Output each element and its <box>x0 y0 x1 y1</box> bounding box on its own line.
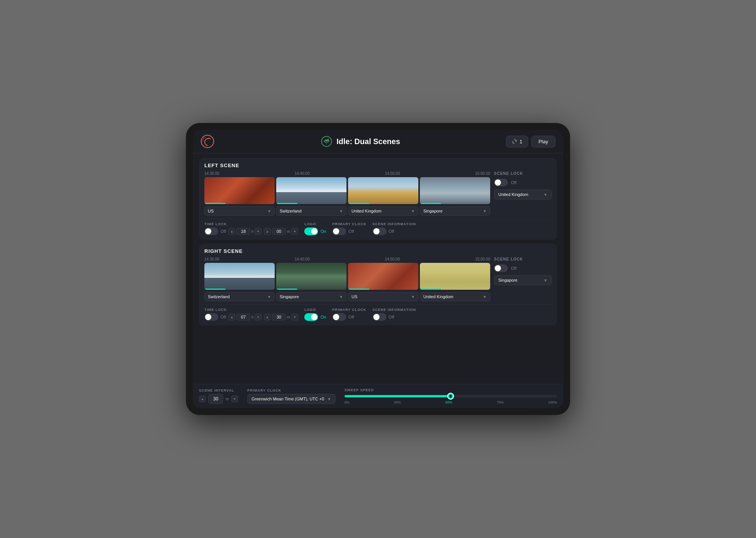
left-time-3: 15:00.00 <box>475 171 490 176</box>
left-hours-down[interactable]: ▼ <box>255 228 262 235</box>
right-mins-down[interactable]: ▼ <box>291 314 298 320</box>
right-timeline: 14:30.00 14:40.00 14:50.00 15:00.00 <box>204 257 490 301</box>
primary-clock-dropdown[interactable]: Greenwich Mean Time (GMT), UTC +0 ▼ <box>247 394 335 404</box>
right-logo-group: LOGO On <box>304 308 326 321</box>
right-thumb-2[interactable] <box>348 263 418 290</box>
right-dropdown-1[interactable]: Singapore ▼ <box>276 292 346 301</box>
right-hours-unit: h <box>251 315 254 319</box>
counter-value: 1 <box>519 139 522 144</box>
left-scene-lock-toggle[interactable] <box>494 179 508 186</box>
right-scene-panel: RIGHT SCENE 14:30.00 14:40.00 14:50.00 1… <box>199 244 557 325</box>
right-primary-clock-label: PRIMARY CLOCK <box>332 308 366 312</box>
left-thumb-1[interactable] <box>276 177 346 204</box>
left-thumb-0[interactable] <box>204 177 275 204</box>
right-scene-info-label: SCENE INFORMATION <box>373 308 416 312</box>
left-logo-toggle[interactable] <box>304 227 318 235</box>
sweep-speed-label: SWEEP SPEED <box>345 388 557 392</box>
right-scene-info-text: Off <box>389 315 394 319</box>
left-dropdown-3[interactable]: Singapore ▼ <box>420 206 490 216</box>
left-dropdown-2[interactable]: United Kingdom ▼ <box>348 206 418 216</box>
slider-label-2: 50% <box>445 400 452 404</box>
left-primary-clock-toggle[interactable] <box>332 227 346 235</box>
left-scene-info-toggle[interactable] <box>373 227 386 235</box>
left-hours-value: 18 <box>236 228 250 235</box>
right-time-labels: 14:30.00 14:40.00 14:50.00 15:00.00 <box>204 257 490 261</box>
right-scene-info-toggle[interactable] <box>373 313 386 321</box>
right-scene-lock-toggle[interactable] <box>494 264 508 272</box>
app-logo <box>201 134 214 148</box>
header-title: Idle: Dual Scenes <box>337 137 400 146</box>
left-scene-info-label: SCENE INFORMATION <box>373 222 416 226</box>
header-right: 1 Play <box>506 136 555 148</box>
interval-down[interactable]: ▼ <box>231 395 238 402</box>
left-mins-down[interactable]: ▼ <box>291 228 298 235</box>
slider-labels: 0% 25% 50% 75% 100% <box>345 400 557 404</box>
primary-clock-label: PRIMARY CLOCK <box>247 389 335 392</box>
left-primary-clock-label: PRIMARY CLOCK <box>332 222 366 226</box>
left-time-lock-toggle[interactable] <box>204 227 218 235</box>
counter-button[interactable]: 1 <box>506 136 528 148</box>
left-time-2: 14:50.00 <box>385 171 400 176</box>
right-primary-clock-toggle[interactable] <box>332 313 346 321</box>
left-thumb-3[interactable] <box>420 177 490 204</box>
right-thumb-1[interactable] <box>276 263 346 290</box>
right-hours-input: ▲ 07 h ▼ <box>228 314 262 320</box>
left-scene-lock-dropdown[interactable]: United Kingdom ▼ <box>494 189 552 199</box>
right-dropdown-3[interactable]: United Kingdom ▼ <box>420 292 490 301</box>
right-dropdown-0[interactable]: Switzerland ▼ <box>204 292 275 301</box>
header-center: Idle: Dual Scenes <box>320 135 400 148</box>
right-controls-row: TIME LOCK Off ▲ 07 h ▼ <box>204 304 552 321</box>
left-scene-info-text: Off <box>389 229 394 234</box>
left-primary-clock-text: Off <box>348 229 354 234</box>
left-scene-lock-toggle-row: Off <box>494 179 552 186</box>
right-dropdown-2[interactable]: US ▼ <box>348 292 418 301</box>
right-logo-label: LOGO <box>304 308 326 312</box>
right-thumb-0[interactable] <box>204 263 275 290</box>
interval-value: 30 <box>208 394 223 404</box>
slider-label-1: 25% <box>394 400 401 404</box>
left-dropdowns: US ▼ Switzerland ▼ United Kingdom ▼ <box>204 206 490 216</box>
left-thumb-2[interactable] <box>348 177 418 204</box>
left-hours-input: ▲ 18 h ▼ <box>228 228 262 235</box>
play-button[interactable]: Play <box>531 136 555 148</box>
right-dropdowns: Switzerland ▼ Singapore ▼ US ▼ <box>204 292 490 301</box>
right-logo-toggle[interactable] <box>304 313 318 321</box>
left-mins-unit: m <box>287 229 290 234</box>
right-time-lock-text: Off <box>220 315 226 319</box>
left-mins-value: 00 <box>272 228 286 235</box>
left-logo-text: On <box>320 229 326 234</box>
header: Idle: Dual Scenes 1 Play <box>193 130 563 153</box>
slider-thumb[interactable] <box>447 393 454 400</box>
left-hours-unit: h <box>251 229 254 234</box>
right-mins-up[interactable]: ▲ <box>264 314 271 320</box>
right-scene-lock-dropdown[interactable]: Singapore ▼ <box>494 275 552 285</box>
left-dropdown-1[interactable]: Switzerland ▼ <box>276 206 346 216</box>
left-mins-input: ▲ 00 m ▼ <box>264 228 298 235</box>
right-mins-unit: m <box>287 315 290 319</box>
right-time-0: 14:30.00 <box>204 257 219 261</box>
right-time-lock-toggle[interactable] <box>204 313 218 321</box>
left-dropdown-0[interactable]: US ▼ <box>204 206 275 216</box>
interval-up[interactable]: ▲ <box>199 395 206 402</box>
left-time-1: 14:40.00 <box>295 171 310 176</box>
right-hours-up[interactable]: ▲ <box>228 314 235 320</box>
right-hours-down[interactable]: ▼ <box>255 314 262 320</box>
primary-clock-value: Greenwich Mean Time (GMT), UTC +0 <box>252 397 324 401</box>
left-scene-info-group: SCENE INFORMATION Off <box>373 222 416 235</box>
right-scene-lock-toggle-row: Off <box>494 264 552 272</box>
right-time-3: 15:00.00 <box>475 257 490 261</box>
right-primary-clock-group: PRIMARY CLOCK Off <box>332 308 366 321</box>
sweep-speed-group: SWEEP SPEED 0% 25% 50% 75% 100% <box>345 388 557 404</box>
sweep-speed-slider[interactable] <box>345 395 557 397</box>
right-mins-input: ▲ 30 m ▼ <box>264 314 298 320</box>
left-mins-up[interactable]: ▲ <box>264 228 271 235</box>
right-time-2: 14:50.00 <box>385 257 400 261</box>
right-logo-text: On <box>320 315 326 319</box>
right-mins-value: 30 <box>272 314 286 320</box>
right-thumb-3[interactable] <box>420 263 490 290</box>
left-hours-up[interactable]: ▲ <box>228 228 235 235</box>
left-logo-group: LOGO On <box>304 222 326 235</box>
right-hours-value: 07 <box>236 314 250 320</box>
right-scene-lock: SCENE LOCK Off Singapore ▼ <box>494 257 552 301</box>
left-scene-lock: SCENE LOCK Off United Kingdom ▼ <box>494 171 552 216</box>
